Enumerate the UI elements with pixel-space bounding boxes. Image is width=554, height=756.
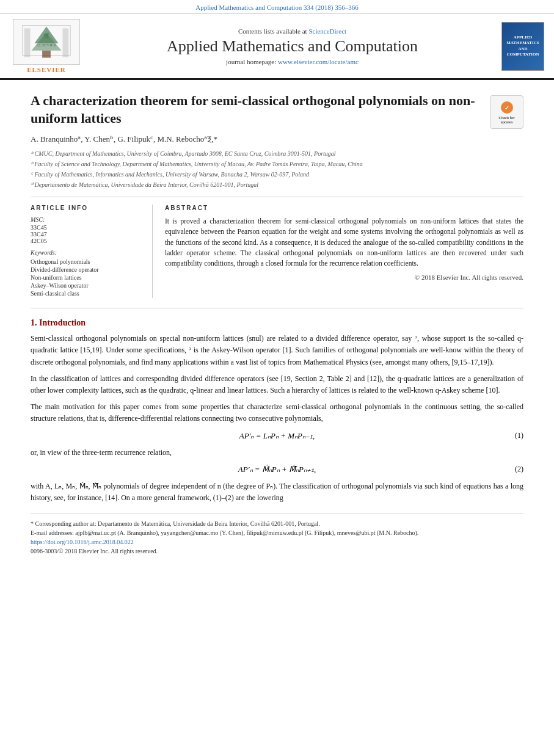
main-content: ✓ Check forupdates A characterization th… xyxy=(0,80,554,568)
footnote-area: * Corresponding author at: Departamento … xyxy=(31,514,523,556)
keywords-section: Keywords: Orthogonal polynomials Divided… xyxy=(31,249,142,297)
affiliation-b: ᵇ Faculty of Science and Technology, Dep… xyxy=(31,159,523,169)
section-divider-2 xyxy=(31,308,523,308)
elsevier-logo: 🌿 ELSEVIER ELSEVIER xyxy=(10,19,83,73)
doi-link[interactable]: https://doi.org/10.1016/j.amc.2018.04.02… xyxy=(31,539,134,545)
svg-rect-6 xyxy=(42,51,51,58)
issn-line: 0096-3003/© 2018 Elsevier Inc. All right… xyxy=(31,547,523,556)
equation-2-number: (2) xyxy=(515,465,523,474)
equation-1-number: (1) xyxy=(515,431,523,440)
equation-2-text: AP′ₙ = ḾₙPₙ + Ṁ̅ₙPₙ₊₁, xyxy=(238,465,316,474)
elsevier-logo-image: 🌿 ELSEVIER xyxy=(13,19,80,65)
section-divider-1 xyxy=(31,197,523,197)
paper-title: A characterization theorem for semi-clas… xyxy=(31,92,523,127)
svg-text:✓: ✓ xyxy=(505,105,509,111)
keyword-3: Non-uniform lattices xyxy=(31,274,142,281)
affiliation-a: ᵃ CMUC, Department of Mathematics, Unive… xyxy=(31,149,523,158)
intro-para-2: In the classification of lattices and co… xyxy=(31,373,523,396)
authors-text: A. Branquinhoᵃ, Y. Chenᵇ, G. Filipukᶜ, M… xyxy=(31,134,217,144)
affiliation-d: ᵈ Departamento de Matemática, Universida… xyxy=(31,180,523,189)
affiliations: ᵃ CMUC, Department of Mathematics, Unive… xyxy=(31,149,523,189)
intro-para-3: The main motivation for this paper comes… xyxy=(31,401,523,424)
msc-label: MSC: xyxy=(31,216,142,223)
svg-rect-8 xyxy=(63,28,69,57)
sciencedirect-line: Contents lists available at ScienceDirec… xyxy=(89,27,495,35)
equation-1-content: AP′ₙ = LₙPₙ + MₙPₙ₋₁, xyxy=(31,431,523,441)
authors-line: A. Branquinhoᵃ, Y. Chenᵇ, G. Filipukᶜ, M… xyxy=(31,134,523,144)
cover-text: APPLIED MATHEMATICS AND COMPUTATION xyxy=(502,32,544,59)
article-info-abstract-row: ARTICLE INFO MSC: 33C45 33C47 42C05 Keyw… xyxy=(31,205,523,298)
equation-2-content: AP′ₙ = ḾₙPₙ + Ṁ̅ₙPₙ₊₁, xyxy=(31,465,523,474)
keywords-label: Keywords: xyxy=(31,249,142,256)
homepage-link[interactable]: www.elsevier.com/locate/amc xyxy=(278,58,359,65)
doi-line[interactable]: https://doi.org/10.1016/j.amc.2018.04.02… xyxy=(31,537,523,547)
equation-1-text: AP′ₙ = LₙPₙ + MₙPₙ₋₁, xyxy=(239,431,315,440)
journal-title-area: Contents lists available at ScienceDirec… xyxy=(83,27,501,65)
abstract-title: ABSTRACT xyxy=(165,205,523,211)
homepage-label: journal homepage: xyxy=(226,58,276,65)
intro-heading: 1. Introduction xyxy=(31,318,523,328)
msc-section: MSC: 33C45 33C47 42C05 xyxy=(31,216,142,244)
msc-code-2: 33C47 xyxy=(31,231,142,238)
journal-cover-thumbnail: APPLIED MATHEMATICS AND COMPUTATION xyxy=(501,22,544,71)
article-info-title: ARTICLE INFO xyxy=(31,205,142,211)
abstract-panel: ABSTRACT It is proved a characterization… xyxy=(165,205,523,298)
equation-2-line: AP′ₙ = ḾₙPₙ + Ṁ̅ₙPₙ₊₁, (2) xyxy=(31,465,523,474)
journal-citation-text: Applied Mathematics and Computation 334 … xyxy=(195,4,358,11)
eq1-connector: or, in view of the three-term recurrence… xyxy=(31,447,523,459)
journal-homepage: journal homepage: www.elsevier.com/locat… xyxy=(89,58,495,65)
email-addresses: E-mail addresses: ajplb@mat.uc.pt (A. Br… xyxy=(31,528,523,537)
elsevier-brand-text: ELSEVIER xyxy=(27,66,66,73)
keyword-4: Askey–Wilson operator xyxy=(31,282,142,289)
article-info-panel: ARTICLE INFO MSC: 33C45 33C47 42C05 Keyw… xyxy=(31,205,153,298)
contents-label: Contents lists available at xyxy=(238,27,307,35)
journal-main-title: Applied Mathematics and Computation xyxy=(89,37,495,56)
journal-header: 🌿 ELSEVIER ELSEVIER Contents lists avail… xyxy=(0,14,554,80)
sciencedirect-link[interactable]: ScienceDirect xyxy=(308,27,346,35)
corresponding-author-note: * Corresponding author at: Departamento … xyxy=(31,519,523,528)
keyword-5: Semi-classical class xyxy=(31,290,142,297)
check-updates-label: Check forupdates xyxy=(499,115,515,124)
abstract-text: It is proved a characterization theorem … xyxy=(165,216,523,269)
copyright-line: © 2018 Elsevier Inc. All rights reserved… xyxy=(165,274,523,281)
intro-para-1: Semi-classical orthogonal polynomials on… xyxy=(31,333,523,368)
keywords-label-text: Keywords: xyxy=(31,249,57,256)
affiliation-c: ᶜ Faculty of Mathematics, Informatics an… xyxy=(31,170,523,179)
keyword-1: Orthogonal polynomials xyxy=(31,258,142,265)
post-eq-text: with A, Lₙ, Mₙ, Ḿₙ, Ṁ̅ₙ polynomials of d… xyxy=(31,481,523,504)
msc-code-3: 42C05 xyxy=(31,238,142,244)
msc-code-1: 33C45 xyxy=(31,224,142,231)
journal-citation-bar: Applied Mathematics and Computation 334 … xyxy=(0,0,554,14)
keyword-2: Divided-difference operator xyxy=(31,266,142,273)
svg-rect-7 xyxy=(24,28,31,57)
check-updates-badge[interactable]: ✓ Check forupdates xyxy=(490,95,523,129)
equation-1-line: AP′ₙ = LₙPₙ + MₙPₙ₋₁, (1) xyxy=(31,431,523,441)
